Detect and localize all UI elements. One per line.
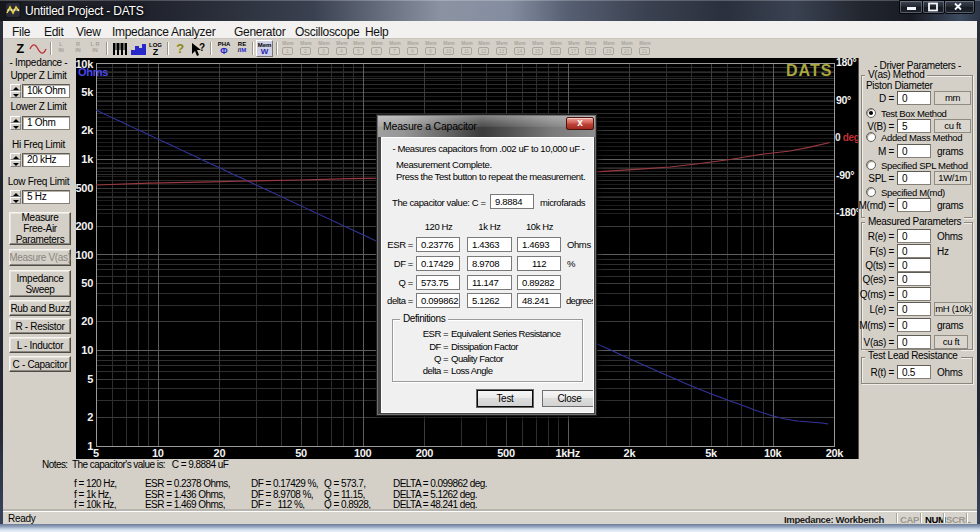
svg-text:200: 200 [416, 447, 434, 459]
svg-text:2k: 2k [624, 447, 637, 459]
svg-text:10k: 10k [764, 447, 783, 459]
svg-text:1k: 1k [81, 153, 94, 165]
svg-text:100: 100 [354, 447, 372, 459]
svg-text:2: 2 [87, 411, 93, 423]
svg-text:50: 50 [295, 447, 307, 459]
svg-text:20: 20 [81, 315, 93, 327]
svg-text:1kHz: 1kHz [555, 447, 580, 459]
svg-text:5: 5 [87, 373, 93, 385]
svg-text:10: 10 [152, 447, 164, 459]
svg-text:50: 50 [81, 277, 93, 289]
svg-text:2k: 2k [81, 124, 94, 136]
svg-text:200: 200 [76, 220, 93, 232]
svg-text:10: 10 [81, 344, 93, 356]
svg-text:DATS: DATS [786, 62, 832, 79]
svg-text:100: 100 [76, 249, 93, 261]
svg-text:5k: 5k [705, 447, 718, 459]
svg-text:5k: 5k [81, 86, 94, 98]
svg-text:0 deg: 0 deg [835, 132, 860, 143]
svg-text:500: 500 [497, 447, 515, 459]
svg-text:?: ? [199, 42, 205, 53]
svg-text:20k: 20k [826, 447, 845, 459]
svg-text:180°: 180° [836, 58, 857, 68]
svg-text:20: 20 [214, 447, 226, 459]
svg-text:Ohms: Ohms [78, 66, 108, 78]
svg-text:5: 5 [93, 447, 99, 459]
svg-text:500: 500 [76, 182, 93, 194]
